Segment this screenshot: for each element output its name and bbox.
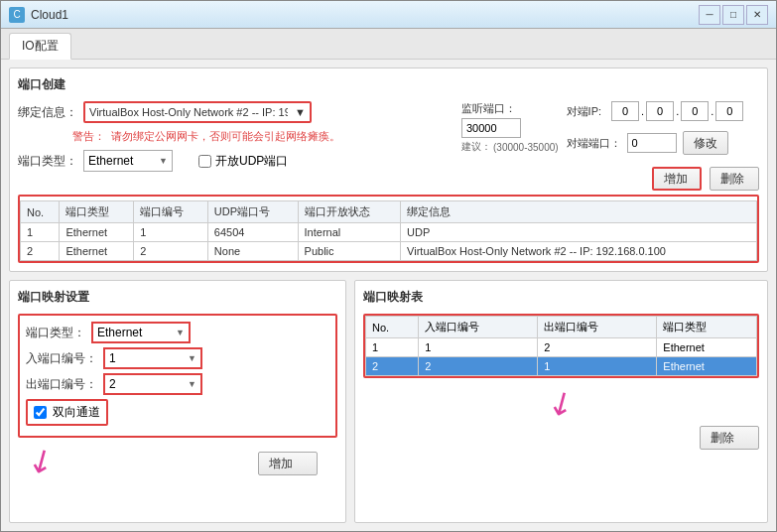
udp-label: 开放UDP端口 (215, 153, 288, 170)
ip-octet-2[interactable] (646, 101, 674, 121)
port-type-label: 端口类型： (18, 153, 77, 170)
warning-label: 警告： (72, 129, 105, 144)
in-port-arrow-icon: ▼ (188, 353, 196, 363)
port-create-section: 端口创建 绑定信息： VirtualBox Host-Only Network … (9, 67, 768, 272)
in-port-label: 入端口编号： (26, 350, 97, 367)
port-type-row: 端口类型： Ethernet ▼ 开放UDP端口 (18, 150, 452, 172)
ip-octet-1[interactable] (611, 101, 639, 121)
main-content: 端口创建 绑定信息： VirtualBox Host-Only Network … (1, 60, 776, 531)
warning-row: 警告： 请勿绑定公网网卡，否则可能会引起网络瘫痪。 (72, 129, 452, 144)
map-col-inport: 入端口编号 (419, 317, 538, 338)
modify-button[interactable]: 修改 (683, 131, 728, 155)
port-table: No. 端口类型 端口编号 UDP端口号 端口开放状态 绑定信息 1 Ether… (20, 200, 757, 261)
map-delete-button[interactable]: 删除 (700, 426, 759, 450)
tab-bar: IO配置 (1, 29, 776, 60)
port-type-select[interactable]: Ethernet ▼ (83, 150, 173, 172)
in-port-row: 入端口编号： 1 ▼ (26, 347, 329, 369)
binding-select[interactable]: VirtualBox Host-Only Network #2 -- IP: 1… (83, 101, 312, 123)
map-add-btn-row: 增加 (258, 452, 318, 475)
window-title: Cloud1 (31, 8, 68, 22)
ip-octet-3[interactable] (681, 101, 709, 121)
bidir-checkbox[interactable] (34, 406, 47, 419)
binding-label: 绑定信息： (18, 104, 77, 121)
suggest-text: (30000-35000) (493, 142, 559, 153)
mapping-form-box: 端口类型： Ethernet ▼ 入端口编号： 1 ▼ (18, 314, 337, 438)
col-type: 端口类型 (60, 201, 134, 223)
close-button[interactable]: ✕ (746, 5, 768, 25)
in-port-select[interactable]: 1 ▼ (103, 347, 202, 369)
arrow-hint-2-icon: ↙ (540, 380, 582, 426)
remote-port-label: 对端端口： (567, 136, 621, 151)
remote-ip-field: . . . (611, 101, 743, 121)
col-portnum: 端口编号 (134, 201, 208, 223)
map-table-wrapper: No. 入端口编号 出端口编号 端口类型 1 1 2 Ether (363, 314, 759, 378)
port-mapping-section: 端口映射设置 端口类型： Ethernet ▼ 入端口编号： (9, 280, 346, 523)
bottom-sections: 端口映射设置 端口类型： Ethernet ▼ 入端口编号： (9, 280, 768, 523)
remote-port-input[interactable] (627, 133, 677, 153)
delete-port-button[interactable]: 删除 (710, 167, 759, 191)
bidir-label: 双向通道 (53, 404, 100, 421)
map-table-row[interactable]: 1 1 2 Ethernet (366, 338, 757, 357)
table-row[interactable]: 2 Ethernet 2 None Public VirtualBox Host… (21, 242, 757, 261)
col-status: 端口开放状态 (298, 201, 401, 223)
minimize-button[interactable]: ─ (699, 5, 720, 25)
table-row[interactable]: 1 Ethernet 1 64504 Internal UDP (21, 223, 757, 242)
port-table-wrapper: No. 端口类型 端口编号 UDP端口号 端口开放状态 绑定信息 1 Ether… (18, 195, 759, 263)
map-type-row: 端口类型： Ethernet ▼ (26, 322, 329, 343)
map-table: No. 入端口编号 出端口编号 端口类型 1 1 2 Ether (365, 316, 757, 376)
arrow-hint-icon: ↙ (20, 438, 62, 483)
map-type-select[interactable]: Ethernet ▼ (91, 322, 191, 343)
binding-arrow-icon: ▼ (295, 106, 306, 118)
map-col-type: 端口类型 (657, 317, 757, 338)
warning-text: 请勿绑定公网网卡，否则可能会引起网络瘫痪。 (111, 129, 340, 144)
map-add-button[interactable]: 增加 (258, 452, 318, 475)
out-port-row: 出端口编号： 2 ▼ (26, 373, 329, 395)
remote-ip-row: 对端IP: . . . (567, 101, 744, 121)
remote-ip-label: 对端IP: (567, 104, 601, 119)
map-type-label: 端口类型： (26, 325, 85, 341)
map-table-row[interactable]: 2 2 1 Ethernet (366, 357, 757, 376)
window-controls: ─ □ ✕ (699, 5, 768, 25)
tab-io-config[interactable]: IO配置 (9, 33, 71, 60)
binding-row: 绑定信息： VirtualBox Host-Only Network #2 --… (18, 101, 452, 123)
col-no: No. (21, 201, 60, 223)
map-type-arrow-icon: ▼ (176, 328, 185, 337)
ip-octet-4[interactable] (715, 101, 743, 121)
port-create-title: 端口创建 (18, 76, 759, 93)
app-icon: C (9, 7, 25, 23)
bidir-row: 双向通道 (26, 399, 108, 426)
udp-checkbox-row: 开放UDP端口 (198, 153, 288, 170)
add-port-button[interactable]: 增加 (652, 167, 702, 191)
port-mapping-title: 端口映射设置 (18, 289, 337, 306)
map-col-no: No. (366, 317, 419, 338)
col-udpport: UDP端口号 (207, 201, 298, 223)
remote-port-row: 对端端口： 修改 (567, 131, 744, 155)
port-mapping-table-section: 端口映射表 No. 入端口编号 出端口编号 端口类型 (354, 280, 768, 523)
title-bar-left: C Cloud1 (9, 7, 68, 23)
out-port-select[interactable]: 2 ▼ (103, 373, 202, 395)
port-type-arrow-icon: ▼ (159, 156, 168, 166)
monitor-port-label: 监听端口： (461, 101, 516, 116)
out-port-arrow-icon: ▼ (188, 379, 196, 389)
col-binding: 绑定信息 (401, 201, 757, 223)
suggest-label: 建议： (461, 140, 491, 154)
monitor-port-input[interactable] (461, 118, 521, 138)
map-col-outport: 出端口编号 (538, 317, 657, 338)
mapping-table-title: 端口映射表 (363, 289, 759, 306)
maximize-button[interactable]: □ (722, 5, 744, 25)
title-bar: C Cloud1 ─ □ ✕ (1, 1, 776, 29)
out-port-label: 出端口编号： (26, 376, 97, 393)
main-window: C Cloud1 ─ □ ✕ IO配置 端口创建 绑定信息： (0, 0, 777, 532)
monitor-port-row: 监听端口： (461, 101, 559, 116)
udp-checkbox[interactable] (198, 155, 211, 168)
